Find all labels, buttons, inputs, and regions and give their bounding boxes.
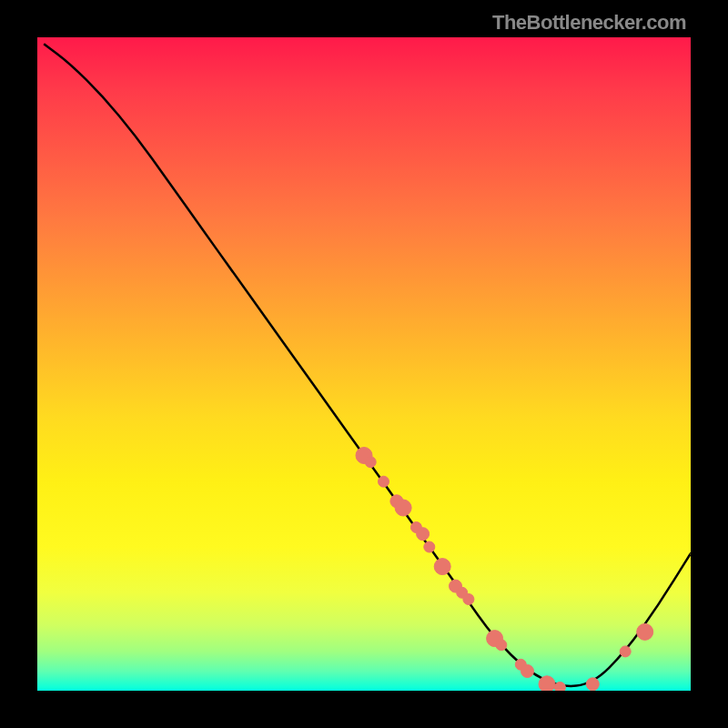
data-point [424,541,435,552]
bottleneck-curve [44,44,691,686]
data-point [417,528,430,541]
chart-container: TheBottlenecker.com [0,0,728,728]
plot-area [37,37,691,691]
data-point [434,559,450,575]
data-point [496,640,507,651]
data-point [539,676,555,691]
data-point [637,623,653,640]
data-point [586,678,599,691]
data-point [554,682,565,691]
data-point [395,500,411,516]
data-point [620,646,631,657]
data-point [379,476,389,487]
watermark-text: TheBottlenecker.com [492,11,686,35]
data-point [463,594,474,605]
data-point [365,457,376,468]
data-point [521,665,534,678]
highlight-points [356,448,653,692]
chart-svg [37,37,691,691]
